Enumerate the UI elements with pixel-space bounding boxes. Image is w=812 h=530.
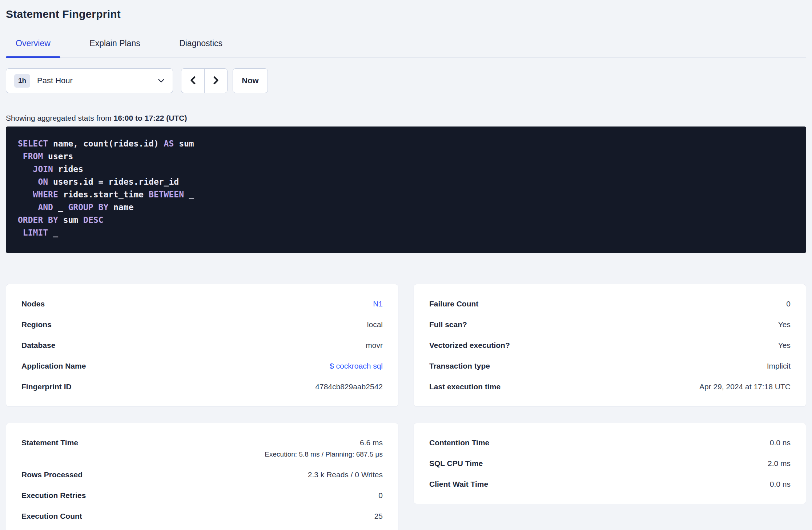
sql-text: users.id = rides.rider_id [48,177,179,186]
info-row: Execution Retries0 [21,491,383,500]
row-value: 6.6 ms [360,438,383,447]
row-value: 0 [786,300,791,308]
sql-keyword: DESC [83,215,103,225]
row-value: 0.0 ns [770,438,791,447]
sql-text [18,202,38,212]
aggregated-stats-prefix: Showing aggregated stats from [6,114,114,122]
row-label: Client Wait Time [429,480,488,489]
info-row: Rows Processed2.3 k Reads / 0 Writes [21,470,383,479]
now-button[interactable]: Now [233,68,268,93]
sql-text: name [108,202,133,212]
tab-overview[interactable]: Overview [6,39,60,57]
info-row: Client Wait Time0.0 ns [429,480,791,489]
row-value-block: 0.0 ns [770,438,791,447]
info-row: Full scan?Yes [429,320,791,329]
details-cards-row: NodesN1RegionslocalDatabasemovrApplicati… [6,284,806,407]
sql-text [18,164,33,174]
sql-keyword: BETWEEN [149,190,184,199]
chevron-right-icon [212,75,220,87]
row-value: 0 [378,491,383,499]
row-value: Yes [778,320,791,329]
row-value-block: 0.0 ns [770,480,791,489]
row-label: Nodes [21,300,45,308]
sql-text: rides [53,164,83,174]
prev-interval-button[interactable] [181,69,204,93]
sql-keyword: ON [38,177,48,186]
row-label: Regions [21,320,52,329]
info-row: Fingerprint ID4784cb829aab2542 [21,382,383,391]
info-row: Contention Time0.0 ns [429,438,791,447]
row-value-block: local [367,320,383,329]
interval-label: Past Hour [37,76,73,85]
sql-text: _ [53,202,68,212]
info-row: Databasemovr [21,341,383,350]
row-value-block: Implicit [767,362,791,370]
row-label: Execution Retries [21,491,86,500]
sql-keyword: AS [164,139,174,148]
next-interval-button[interactable] [204,69,227,93]
row-label: SQL CPU Time [429,459,483,468]
chevron-down-icon [158,79,165,83]
tab-diagnostics[interactable]: Diagnostics [169,39,232,57]
interval-badge: 1h [14,74,30,88]
row-label: Application Name [21,362,86,370]
info-row: Failure Count0 [429,300,791,308]
row-label: Rows Processed [21,470,83,479]
sql-keyword: GROUP BY [68,202,108,212]
sql-keyword: JOIN [33,164,53,174]
sql-text [18,177,38,186]
row-value-block: 0 [786,300,791,308]
sql-keyword: LIMIT [23,228,48,237]
tab-explain-plans[interactable]: Explain Plans [80,39,150,57]
row-value-block: Yes [778,320,791,329]
info-row: Statement Time6.6 msExecution: 5.8 ms / … [21,438,383,458]
row-label: Execution Count [21,512,82,521]
sql-keyword: ORDER BY [18,215,58,225]
sql-text [18,152,23,161]
row-label: Fingerprint ID [21,382,72,391]
nodes-link[interactable]: N1 [373,300,383,308]
row-value-block: $ cockroach sql [330,362,383,370]
row-label: Vectorized execution? [429,341,510,350]
row-value-block: 4784cb829aab2542 [315,382,383,391]
info-row: SQL CPU Time2.0 ms [429,459,791,468]
row-value-block: movr [366,341,383,350]
row-label: Statement Time [21,438,78,447]
page-title: Statement Fingerprint [6,0,806,20]
chevron-left-icon [189,75,197,87]
interval-arrows [181,68,228,93]
row-value-block: N1 [373,300,383,308]
row-value-block: Apr 29, 2024 at 17:18 UTC [699,382,791,391]
row-label: Database [21,341,55,350]
row-label: Contention Time [429,438,489,447]
row-value: Apr 29, 2024 at 17:18 UTC [699,382,791,391]
row-value-block: Yes [778,341,791,350]
execution-details-card: Failure Count0Full scan?YesVectorized ex… [414,284,806,407]
row-value: Implicit [767,362,791,370]
row-value-block: 2.0 ms [768,459,791,468]
row-value-block: 25 [374,512,383,521]
row-value: 25 [374,512,383,520]
sql-text: sum [58,215,83,225]
row-label: Transaction type [429,362,490,370]
row-value-block: 6.6 msExecution: 5.8 ms / Planning: 687.… [265,438,383,458]
statement-fingerprint-page: Statement Fingerprint Overview Explain P… [0,0,812,530]
sql-text: _ [184,190,194,199]
row-value-block: 0 [378,491,383,500]
statement-time-card: Statement Time6.6 msExecution: 5.8 ms / … [6,423,398,530]
time-interval-picker[interactable]: 1h Past Hour [6,68,173,93]
row-value: Yes [778,341,791,349]
sql-keyword: WHERE [33,190,58,199]
sql-text: sum [174,139,194,148]
tab-bar: Overview Explain Plans Diagnostics [6,39,806,58]
row-value: 2.3 k Reads / 0 Writes [308,470,383,479]
row-label: Full scan? [429,320,467,329]
info-row: NodesN1 [21,300,383,308]
sql-keyword: SELECT [18,139,48,148]
statement-details-card: NodesN1RegionslocalDatabasemovrApplicati… [6,284,398,407]
info-row: Last execution timeApr 29, 2024 at 17:18… [429,382,791,391]
application-name-link[interactable]: $ cockroach sql [330,362,383,370]
wait-time-card: Contention Time0.0 nsSQL CPU Time2.0 msC… [414,423,806,504]
row-label: Failure Count [429,300,478,308]
row-value: local [367,320,383,329]
